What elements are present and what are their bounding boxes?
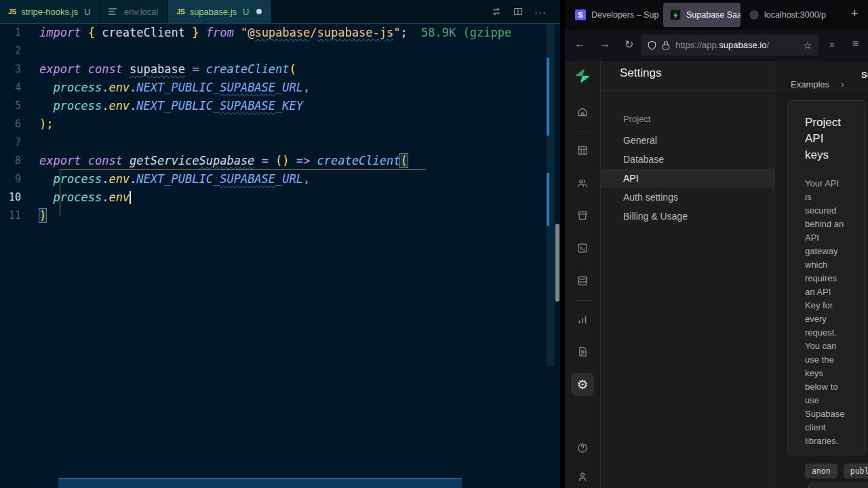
overflow-chevrons-icon[interactable]: » <box>829 39 835 49</box>
supabase-logo[interactable] <box>574 68 591 84</box>
settings-item-billing[interactable]: Billing & Usage <box>601 207 774 226</box>
database-icon[interactable] <box>576 274 589 287</box>
storage-icon[interactable] <box>576 209 589 222</box>
line-number: 3 <box>0 63 39 75</box>
api-key-field-edge[interactable] <box>808 483 868 488</box>
code-line[interactable]: 2 <box>0 41 560 60</box>
unsaved-changes-icon[interactable] <box>256 9 262 14</box>
rail-divider <box>574 300 591 301</box>
back-button[interactable]: ← <box>574 38 585 50</box>
bracket-scope-guide-horizontal <box>60 169 426 170</box>
editor-tab-label: supabase.js <box>190 7 237 17</box>
line-number: 11 <box>0 209 39 222</box>
browser-tab-title: localhost:3000/p <box>764 10 826 20</box>
account-icon[interactable] <box>576 470 589 483</box>
overview-ruler-mark <box>547 173 549 226</box>
new-tab-button[interactable]: + <box>851 7 859 21</box>
code-editor[interactable]: 1import { createClient } from "@supabase… <box>0 23 560 224</box>
auth-users-icon[interactable] <box>576 177 589 189</box>
editor-actions: ··· <box>491 0 560 23</box>
git-status-badge: U <box>84 7 90 17</box>
reports-icon[interactable] <box>576 313 589 325</box>
chevron-right-icon: › <box>841 79 844 89</box>
api-key-badges: anon public <box>805 464 868 479</box>
forward-button[interactable]: → <box>599 38 610 50</box>
bookmark-star-icon[interactable]: ☆ <box>803 40 812 51</box>
code-line[interactable]: 9 process.env.NEXT_PUBLIC_SUPABASE_URL, <box>0 169 560 188</box>
settings-item-general[interactable]: General <box>601 131 774 150</box>
settings-gear-icon[interactable]: ⚙ <box>571 373 594 396</box>
code-line[interactable]: 8export const getServiceSupabase = () =>… <box>0 151 560 169</box>
table-editor-icon[interactable] <box>576 144 589 157</box>
stripe-icon: S <box>575 9 586 20</box>
line-number: 4 <box>0 81 39 94</box>
lock-icon[interactable] <box>662 41 670 50</box>
settings-item-api[interactable]: API <box>601 169 774 188</box>
vscode-window: JS stripe-hooks.js U .env.local JS supab… <box>0 0 560 488</box>
js-icon: JS <box>8 8 16 16</box>
card-title: Project API keys <box>805 115 846 163</box>
url-bar[interactable]: https://app.supabase.io/ ☆ <box>641 35 818 56</box>
code-line[interactable]: 4 process.env.NEXT_PUBLIC_SUPABASE_URL, <box>0 78 560 96</box>
indent-guide <box>60 78 60 115</box>
line-number: 7 <box>0 136 39 148</box>
browser-tab-supabase[interactable]: Supabase SaaS × <box>663 3 741 27</box>
editor-tab-supabase[interactable]: JS supabase.js U <box>168 0 272 23</box>
project-api-keys-card: Project API keys Your API is secured beh… <box>787 100 866 455</box>
reload-button[interactable]: ↻ <box>625 38 633 51</box>
split-editor-icon[interactable] <box>513 6 524 17</box>
code-line[interactable]: 6); <box>0 115 560 133</box>
editor-tab-env-local[interactable]: .env.local <box>100 0 168 23</box>
menu-hamburger-icon[interactable]: ≡ <box>852 38 859 50</box>
badge-public: public <box>844 464 868 479</box>
code-line[interactable]: 5 process.env.NEXT_PUBLIC_SUPABASE_KEY <box>0 96 560 115</box>
git-status-badge: U <box>243 7 249 17</box>
code-line[interactable]: 1import { createClient } from "@supabase… <box>0 23 560 41</box>
browser-tab-localhost[interactable]: localhost:3000/p <box>743 3 833 27</box>
logs-icon[interactable] <box>576 346 589 358</box>
browser-tab-developers[interactable]: S Developers – Sup <box>568 3 663 27</box>
settings-section-label: Project <box>623 114 650 124</box>
settings-item-auth[interactable]: Auth settings <box>601 188 774 207</box>
screen: JS stripe-hooks.js U .env.local JS supab… <box>0 0 868 488</box>
browser-tab-title: Supabase SaaS <box>686 10 741 20</box>
sql-terminal-icon[interactable] <box>576 242 589 254</box>
divider <box>775 89 868 89</box>
open-changes-icon[interactable] <box>491 6 502 17</box>
clipped-corner-text: Su <box>861 70 868 80</box>
code-line[interactable]: 11) <box>0 206 560 224</box>
badge-anon: anon <box>805 464 837 479</box>
line-number: 5 <box>0 100 39 112</box>
settings-main-area: Examples › Su Project API keys Your API … <box>775 61 868 488</box>
code-line[interactable]: 10 process.env <box>0 188 560 206</box>
code-line[interactable]: 7 <box>0 133 560 151</box>
help-icon[interactable] <box>576 442 589 454</box>
card-description: Your API is secured behind an API gatewa… <box>805 177 844 448</box>
tracking-shield-icon[interactable] <box>648 41 656 50</box>
line-number: 9 <box>0 173 39 185</box>
code-line[interactable]: 3export const supabase = createClient( <box>0 60 560 78</box>
js-icon: JS <box>176 8 184 16</box>
examples-link[interactable]: Examples <box>791 79 829 89</box>
overview-ruler-mark <box>547 58 549 136</box>
bracket-scope-guide-vertical <box>60 169 60 216</box>
editor-tab-stripe-hooks[interactable]: JS stripe-hooks.js U <box>0 0 100 23</box>
editor-tab-label: .env.local <box>121 7 158 17</box>
browser-toolbar: ← → ↻ https://app.supabase.io/ ☆ » ≡ <box>565 30 868 62</box>
settings-item-database[interactable]: Database <box>601 150 774 169</box>
env-file-icon <box>108 8 117 15</box>
line-number: 1 <box>0 26 39 39</box>
text-cursor <box>130 191 131 204</box>
home-icon[interactable] <box>576 106 589 118</box>
settings-sidebar: Settings Project General Database API Au… <box>601 61 775 488</box>
editor-scrollbar[interactable] <box>555 224 559 302</box>
browser-tab-bar: S Developers – Sup Supabase SaaS × local… <box>565 0 868 30</box>
suggest-widget-edge[interactable] <box>58 478 462 488</box>
line-number: 8 <box>0 155 39 167</box>
page-title: Settings <box>620 66 661 80</box>
more-actions-icon[interactable]: ··· <box>534 6 547 18</box>
supabase-icon <box>670 9 681 20</box>
divider <box>601 90 774 91</box>
browser-window: S Developers – Sup Supabase SaaS × local… <box>565 0 868 488</box>
browser-tab-title: Developers – Sup <box>591 10 658 20</box>
